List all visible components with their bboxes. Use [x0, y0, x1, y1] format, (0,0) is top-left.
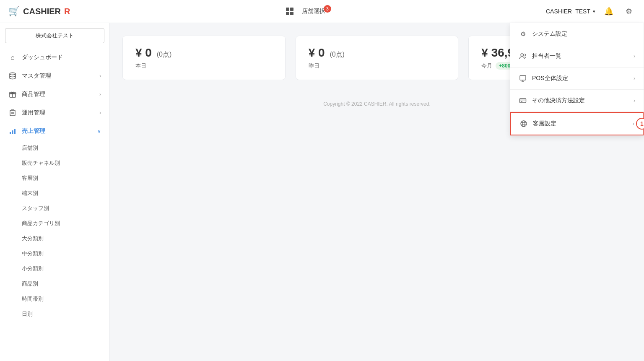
chevron-right-icon: ›	[99, 91, 101, 97]
company-name: 株式会社テスト	[36, 32, 74, 39]
sidebar-item-operation[interactable]: 運用管理 ›	[0, 104, 109, 122]
sidebar-item-label: 運用管理	[22, 109, 45, 117]
chevron-right-icon: ›	[99, 110, 101, 116]
sub-item-terminal[interactable]: 端末別	[22, 186, 109, 201]
svg-point-17	[521, 121, 527, 127]
stat-label-today: 本日	[135, 62, 273, 70]
user-label: CASHIER	[546, 8, 572, 15]
stat-count: (0点)	[157, 51, 172, 58]
sub-item-store[interactable]: 店舗別	[22, 140, 109, 156]
sub-item-channel[interactable]: 販売チャネル別	[22, 156, 109, 171]
stat-count: (0点)	[330, 51, 345, 58]
logo-r: R	[64, 7, 70, 16]
sub-item-product-category[interactable]: 商品カテゴリ別	[22, 216, 109, 231]
stat-amount-yesterday: ¥ 0 (0点)	[309, 46, 446, 60]
stat-period: 今月	[481, 62, 492, 70]
stat-card-yesterday: ¥ 0 (0点) 昨日	[296, 36, 459, 80]
sub-item-large-category[interactable]: 大分類別	[22, 231, 109, 246]
chevron-down-icon: ▾	[593, 9, 595, 14]
chevron-right-icon: ›	[634, 98, 635, 104]
svg-rect-14	[520, 99, 526, 103]
user-menu-button[interactable]: CASHIER TEST ▾	[546, 8, 595, 15]
sidebar-item-master[interactable]: マスタ管理 ›	[0, 67, 109, 85]
sidebar-item-label: 商品管理	[22, 91, 45, 98]
dropdown-item-pos-settings[interactable]: POS全体設定 ›	[510, 68, 644, 90]
monitor-icon	[519, 74, 527, 83]
store-badge: 3	[324, 5, 331, 13]
stat-value: ¥ 0	[309, 46, 325, 59]
company-button[interactable]: 株式会社テスト	[5, 28, 104, 43]
sidebar-item-label: マスタ管理	[22, 72, 51, 80]
svg-point-0	[10, 73, 16, 75]
home-icon: ⌂	[8, 53, 17, 62]
cart-icon: 🛒	[8, 6, 20, 17]
sidebar-item-sales[interactable]: 売上管理 ∨	[0, 122, 109, 140]
header-right: CASHIER TEST ▾ 🔔 ⚙	[546, 5, 636, 18]
logo: 🛒 CASHIER R	[8, 6, 70, 17]
sub-item-medium-category[interactable]: 中分類別	[22, 246, 109, 261]
user-name: TEST	[575, 8, 590, 15]
stat-period: 昨日	[309, 62, 319, 70]
dropdown-item-label: POS全体設定	[532, 75, 568, 82]
header: 🛒 CASHIER R 店舗選択 3 CASHIER TEST ▾ 🔔 ⚙	[0, 0, 644, 23]
svg-point-10	[524, 54, 526, 56]
chevron-right-icon: ›	[634, 75, 635, 81]
svg-rect-3	[10, 110, 15, 116]
chevron-right-icon: ›	[634, 53, 635, 59]
svg-rect-6	[10, 132, 11, 134]
sub-item-product[interactable]: 商品別	[22, 276, 109, 291]
chevron-down-icon: ∨	[97, 128, 101, 134]
settings-button[interactable]: ⚙	[622, 5, 636, 18]
stat-label-yesterday: 昨日	[309, 62, 446, 70]
gear-icon: ⚙	[519, 30, 527, 38]
chevron-right-icon: ›	[99, 73, 101, 79]
sub-item-staff[interactable]: スタッフ別	[22, 201, 109, 216]
gift-icon	[8, 90, 17, 99]
svg-rect-16	[521, 101, 522, 102]
dropdown-item-label: その他決済方法設定	[532, 97, 585, 104]
notification-button[interactable]: 🔔	[602, 5, 615, 18]
sub-item-small-category[interactable]: 小分類別	[22, 261, 109, 276]
dropdown-item-label: 客層設定	[533, 120, 556, 127]
database-icon	[8, 72, 17, 80]
dropdown-item-staff-list[interactable]: 担当者一覧 ›	[510, 45, 644, 68]
sub-item-time-slot[interactable]: 時間帯別	[22, 291, 109, 306]
sidebar: 株式会社テスト ⌂ ダッシュボード マスタ管理 › 商品管理	[0, 23, 110, 361]
dropdown-item-label: システム設定	[532, 30, 567, 38]
chevron-right-icon: ›	[633, 121, 634, 127]
stat-value: ¥ 0	[135, 46, 152, 59]
sub-item-daily[interactable]: 日別	[22, 306, 109, 322]
sidebar-item-product[interactable]: 商品管理 ›	[0, 85, 109, 104]
sales-sub-menu: 店舗別 販売チャネル別 客層別 端末別 スタッフ別 商品カテゴリ別 大分類別 中…	[0, 140, 109, 322]
svg-rect-11	[520, 75, 526, 80]
sidebar-item-label: 売上管理	[22, 127, 45, 135]
stat-card-today: ¥ 0 (0点) 本日	[122, 36, 286, 80]
dropdown-item-system-settings[interactable]: ⚙ システム設定	[510, 23, 644, 45]
dropdown-menu: ⚙ システム設定 担当者一覧 › POS全体設定 ›	[510, 23, 644, 136]
logo-text: CASHIER	[23, 7, 61, 16]
store-select-button[interactable]: 店舗選択 3	[297, 5, 330, 18]
svg-point-9	[521, 54, 523, 56]
stat-period: 本日	[135, 62, 146, 70]
chart-icon	[8, 127, 17, 135]
dropdown-item-label: 担当者一覧	[532, 52, 561, 60]
globe-icon	[519, 119, 528, 128]
sidebar-item-label: ダッシュボード	[22, 54, 63, 61]
users-icon	[519, 52, 527, 60]
credit-card-icon	[519, 96, 527, 105]
sub-item-customer[interactable]: 客層別	[22, 171, 109, 186]
dropdown-item-customer-settings[interactable]: 客層設定 › 1	[510, 112, 644, 135]
stat-amount-today: ¥ 0 (0点)	[135, 46, 273, 60]
step-badge: 1	[636, 118, 644, 130]
footer-text: Copyright © 2022 CASHIER. All rights res…	[323, 101, 431, 107]
svg-point-18	[522, 121, 525, 127]
grid-icon	[286, 8, 293, 15]
store-select-label: 店舗選択	[302, 8, 325, 15]
dropdown-item-payment-settings[interactable]: その他決済方法設定 ›	[510, 90, 644, 112]
svg-rect-7	[12, 130, 13, 134]
svg-rect-8	[14, 129, 16, 134]
clipboard-icon	[8, 109, 17, 117]
sidebar-item-dashboard[interactable]: ⌂ ダッシュボード	[0, 48, 109, 67]
header-center: 店舗選択 3	[286, 5, 330, 18]
